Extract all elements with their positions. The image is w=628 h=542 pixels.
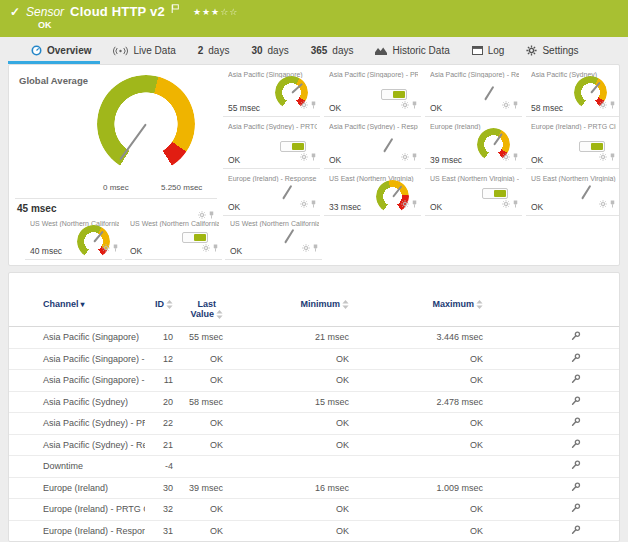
tab-2-days[interactable]: 2days: [187, 38, 241, 63]
pin-icon[interactable]: [609, 147, 616, 165]
sort-desc-caret-icon[interactable]: ▾: [81, 300, 85, 309]
tile-channel[interactable]: Asia Pacific (Sydney) - Respo...OK: [324, 119, 421, 169]
tile-label: US East (Northern Virginia) - ...: [531, 175, 616, 182]
sort-icon[interactable]: [216, 310, 223, 321]
gear-icon[interactable]: [102, 238, 110, 256]
gear-icon[interactable]: [300, 194, 308, 212]
tab-live-data[interactable]: Live Data: [102, 38, 186, 63]
tab-log[interactable]: Log: [461, 38, 516, 63]
cell-channel: Asia Pacific (Singapore): [9, 332, 145, 342]
sort-icon[interactable]: [342, 300, 349, 311]
gear-icon[interactable]: [401, 194, 409, 212]
tile-channel[interactable]: Asia Pacific (Singapore) - Res...OK: [425, 67, 522, 117]
table-row[interactable]: Europe (Ireland) - PRTG Cl...32OKOKOK: [9, 499, 619, 521]
pin-icon[interactable]: [609, 194, 616, 212]
channel-settings-wrench-icon[interactable]: [571, 525, 581, 537]
cell-id: 30: [145, 483, 173, 493]
tile-channel[interactable]: Asia Pacific (Singapore)55 msec: [223, 67, 320, 117]
channel-settings-wrench-icon[interactable]: [571, 439, 581, 451]
pin-icon[interactable]: [411, 95, 418, 113]
cell-id: 12: [145, 354, 173, 364]
gear-icon[interactable]: [599, 147, 607, 165]
tile-value: OK: [228, 202, 240, 212]
priority-stars[interactable]: ★★★☆☆: [193, 7, 238, 17]
pin-icon[interactable]: [512, 194, 519, 212]
tile-channel[interactable]: Asia Pacific (Singapore) - PR...OK: [324, 67, 421, 117]
tile-channel[interactable]: US East (Northern Virginia) - ...OK: [425, 171, 522, 216]
channel-settings-wrench-icon[interactable]: [571, 353, 581, 365]
sort-icon[interactable]: [166, 300, 173, 311]
gear-icon[interactable]: [502, 147, 510, 165]
tile-value: OK: [230, 246, 242, 256]
tab-overview[interactable]: Overview: [20, 38, 102, 63]
table-row[interactable]: Europe (Ireland)3039 msec16 msec1.009 ms…: [9, 478, 619, 500]
pin-icon[interactable]: [310, 147, 317, 165]
tile-channel[interactable]: Asia Pacific (Sydney) - PRTG ...OK: [223, 119, 320, 169]
pin-icon[interactable]: [310, 194, 317, 212]
pin-icon[interactable]: [512, 147, 519, 165]
cell-id: 31: [145, 526, 173, 536]
table-row[interactable]: Downtime-4: [9, 456, 619, 478]
column-header-channel[interactable]: Channel▾: [9, 299, 145, 309]
tile-channel[interactable]: Europe (Ireland) - PRTG Cloud...OK: [526, 119, 619, 169]
pin-icon[interactable]: [112, 238, 119, 256]
pin-icon[interactable]: [411, 194, 418, 212]
pin-icon[interactable]: [212, 238, 219, 256]
table-row[interactable]: Asia Pacific (Singapore)1055 msec21 msec…: [9, 327, 619, 349]
gear-icon[interactable]: [300, 147, 308, 165]
gauge-needle: [284, 229, 294, 244]
pin-icon[interactable]: [310, 95, 317, 113]
table-row[interactable]: Asia Pacific (Singapore) - ...12OKOKOK: [9, 349, 619, 371]
tile-channel[interactable]: Europe (Ireland)39 msec: [425, 119, 522, 169]
table-row[interactable]: Asia Pacific (Sydney) - Re...21OKOKOK: [9, 435, 619, 457]
column-header-max[interactable]: Maximum: [349, 299, 483, 311]
tile-channel[interactable]: Europe (Ireland) - Response C...OK: [223, 171, 320, 216]
channel-settings-wrench-icon[interactable]: [571, 460, 581, 472]
table-row[interactable]: Europe (Ireland) - Respon...31OKOKOK: [9, 521, 619, 542]
gear-icon[interactable]: [502, 95, 510, 113]
tile-channel[interactable]: US East (Northern Virginia) - ...OK: [526, 171, 619, 216]
tile-channel[interactable]: US West (Northern California)...OK: [125, 216, 222, 260]
channel-settings-wrench-icon[interactable]: [571, 482, 581, 494]
tile-channel[interactable]: US West (Northern California)40 msec: [25, 216, 122, 260]
table-row[interactable]: Asia Pacific (Sydney) - PR...22OKOKOK: [9, 413, 619, 435]
tile-channel[interactable]: US West (Northern California)...OK: [225, 216, 322, 260]
pin-icon[interactable]: [411, 147, 418, 165]
sort-icon[interactable]: [476, 300, 483, 311]
tile-channel[interactable]: US East (Northern Virginia)33 msec: [324, 171, 421, 216]
table-row[interactable]: Asia Pacific (Sydney)2058 msec15 msec2.4…: [9, 392, 619, 414]
channel-settings-wrench-icon[interactable]: [571, 331, 581, 343]
channel-settings-wrench-icon[interactable]: [571, 374, 581, 386]
gear-icon[interactable]: [502, 194, 510, 212]
tab-historic-data[interactable]: Historic Data: [364, 38, 460, 63]
gear-icon[interactable]: [302, 238, 310, 256]
column-header-last[interactable]: LastValue: [173, 299, 223, 321]
sensor-header: ✓ Sensor Cloud HTTP v2 ★★★☆☆ OK: [0, 0, 628, 37]
gear-icon[interactable]: [401, 147, 409, 165]
gear-icon[interactable]: [599, 194, 607, 212]
pin-icon[interactable]: [312, 238, 319, 256]
column-header-label: Last: [197, 299, 216, 309]
pin-icon[interactable]: [609, 95, 616, 113]
gear-icon[interactable]: [401, 95, 409, 113]
gauge-needle: [581, 185, 591, 200]
gear-icon[interactable]: [202, 238, 210, 256]
column-header-min[interactable]: Minimum: [223, 299, 349, 311]
table-row[interactable]: Asia Pacific (Singapore) - ...11OKOKOK: [9, 370, 619, 392]
tab-365-days[interactable]: 365days: [300, 38, 365, 63]
tab-settings[interactable]: Settings: [515, 38, 589, 63]
gear-icon[interactable]: [300, 95, 308, 113]
column-header-id[interactable]: ID: [145, 299, 173, 311]
gear-icon[interactable]: [599, 95, 607, 113]
tile-channel[interactable]: Asia Pacific (Sydney)58 msec: [526, 67, 619, 117]
pin-icon[interactable]: [512, 95, 519, 113]
flag-icon[interactable]: [171, 0, 179, 17]
tab-30-days[interactable]: 30days: [240, 38, 299, 63]
channel-settings-wrench-icon[interactable]: [571, 396, 581, 408]
cell-maximum: OK: [349, 440, 483, 450]
tile-global-average[interactable]: Global Average0 msec5.250 msec45 msec: [11, 67, 221, 215]
cell-last-value: 55 msec: [173, 332, 223, 342]
tile-value: 40 msec: [30, 246, 62, 256]
channel-settings-wrench-icon[interactable]: [571, 503, 581, 515]
channel-settings-wrench-icon[interactable]: [571, 417, 581, 429]
